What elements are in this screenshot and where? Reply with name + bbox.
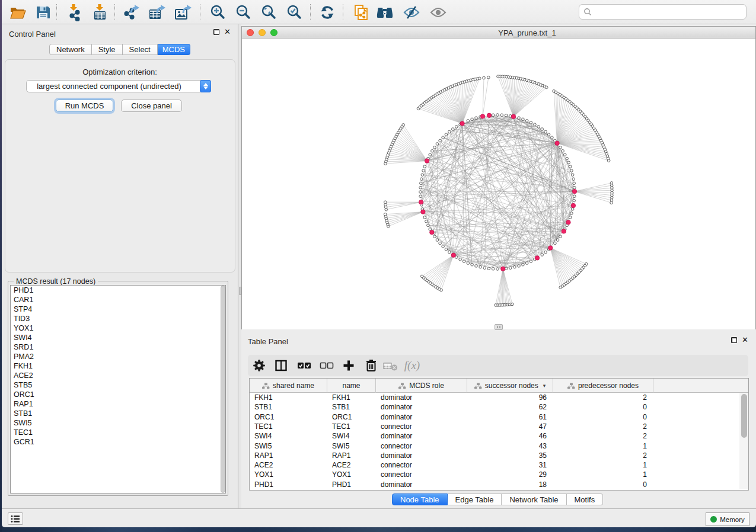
splitter-grip[interactable] bbox=[239, 287, 241, 295]
mcds-result-node[interactable]: YOX1 bbox=[11, 323, 225, 333]
table-settings-icon[interactable] bbox=[250, 355, 268, 376]
import-network-icon[interactable] bbox=[65, 4, 85, 21]
selected-criterion: largest connected component (undirected) bbox=[27, 82, 200, 91]
table-row[interactable]: RAP1RAP1dominator352 bbox=[250, 451, 748, 460]
mcds-result-node[interactable]: TID3 bbox=[11, 314, 225, 323]
mcds-result-node[interactable]: GCR1 bbox=[11, 437, 225, 447]
column-header-successor-nodes[interactable]: successor nodes▾ bbox=[467, 379, 553, 393]
network-canvas[interactable] bbox=[242, 39, 755, 329]
open-file-icon[interactable] bbox=[8, 4, 28, 21]
horizontal-splitter-grip[interactable] bbox=[495, 324, 503, 330]
cell: 0 bbox=[553, 412, 653, 422]
add-column-icon[interactable] bbox=[340, 355, 358, 376]
table-tab-motifs[interactable]: Motifs bbox=[567, 493, 604, 505]
column-header-shared-name[interactable]: shared name bbox=[250, 379, 327, 393]
table-row[interactable]: ORC1ORC1dominator610 bbox=[250, 412, 748, 422]
search-input[interactable] bbox=[594, 8, 746, 16]
show-columns-icon[interactable] bbox=[272, 355, 290, 376]
zoom-fit-icon[interactable] bbox=[259, 4, 279, 21]
cell: FKH1 bbox=[250, 393, 327, 402]
optimization-criterion-label: Optimization criterion: bbox=[2, 68, 238, 76]
close-table-panel-icon[interactable]: ✕ bbox=[742, 337, 748, 343]
control-tab-mcds[interactable]: MCDS bbox=[158, 44, 190, 55]
zoom-in-icon[interactable] bbox=[208, 4, 228, 21]
mcds-result-node[interactable]: CAR1 bbox=[11, 295, 225, 305]
control-tab-network[interactable]: Network bbox=[49, 44, 92, 55]
cell: 18 bbox=[467, 480, 553, 489]
zoom-selected-icon[interactable] bbox=[284, 4, 304, 21]
node-table: shared namenameMCDS rolesuccessor nodes▾… bbox=[249, 378, 749, 491]
column-header-predecessor-nodes[interactable]: predecessor nodes bbox=[553, 379, 653, 393]
table-row[interactable]: YOX1YOX1connector291 bbox=[250, 470, 748, 479]
close-panel-button[interactable]: Close panel bbox=[121, 100, 182, 112]
table-row[interactable]: STB1STB1dominator620 bbox=[250, 402, 748, 412]
hide-selected-icon[interactable] bbox=[401, 4, 422, 21]
table-row[interactable]: SWI5SWI5connector431 bbox=[250, 441, 748, 451]
cell: connector bbox=[376, 460, 467, 470]
select-all-icon[interactable] bbox=[295, 355, 313, 376]
table-panel-title: Table Panel bbox=[248, 337, 288, 346]
float-panel-icon[interactable] bbox=[213, 29, 219, 35]
mcds-result-node[interactable]: SWI5 bbox=[11, 418, 225, 428]
table-row[interactable]: PHD1PHD1dominator180 bbox=[250, 480, 748, 489]
unselect-all-icon[interactable] bbox=[318, 355, 336, 376]
network-title: YPA_prune.txt_1 bbox=[468, 28, 586, 37]
mcds-result-node[interactable]: STB1 bbox=[11, 409, 225, 418]
mcds-result-node[interactable]: PHD1 bbox=[11, 286, 225, 295]
mcds-result-node[interactable]: STP4 bbox=[11, 305, 225, 314]
cell: 1 bbox=[553, 470, 653, 479]
memory-button[interactable]: Memory bbox=[706, 512, 749, 526]
mcds-result-node[interactable]: TEC1 bbox=[11, 428, 225, 437]
table-tab-network-table[interactable]: Network Table bbox=[502, 493, 566, 505]
control-tab-select[interactable]: Select bbox=[123, 44, 158, 55]
run-mcds-button[interactable]: Run MCDS bbox=[56, 100, 113, 112]
optimization-criterion-select[interactable]: largest connected component (undirected) bbox=[26, 80, 211, 92]
mcds-result-node[interactable]: ACE2 bbox=[11, 371, 225, 380]
table-row[interactable]: FKH1FKH1dominator962 bbox=[250, 393, 748, 402]
mcds-result-node[interactable]: ORC1 bbox=[11, 390, 225, 399]
column-header-name[interactable]: name bbox=[327, 379, 376, 393]
delete-column-icon[interactable] bbox=[362, 355, 380, 376]
mcds-result-node[interactable]: STB5 bbox=[11, 380, 225, 390]
show-all-icon[interactable] bbox=[428, 4, 448, 21]
table-tab-node-table[interactable]: Node Table bbox=[392, 493, 448, 505]
cell: connector bbox=[376, 422, 467, 431]
share-document-icon[interactable] bbox=[351, 4, 371, 21]
save-session-icon[interactable] bbox=[33, 4, 53, 21]
export-network-icon[interactable] bbox=[122, 4, 142, 21]
export-table-icon[interactable] bbox=[147, 4, 167, 21]
table-row[interactable]: SWI4SWI4dominator462 bbox=[250, 431, 748, 441]
mcds-list-scrollbar[interactable] bbox=[221, 286, 225, 493]
close-window-light[interactable] bbox=[247, 29, 254, 36]
export-image-icon[interactable] bbox=[173, 4, 193, 21]
table-scrollbar-thumb[interactable] bbox=[741, 394, 747, 438]
zoom-out-icon[interactable] bbox=[233, 4, 253, 21]
mcds-result-node[interactable]: PMA2 bbox=[11, 352, 225, 361]
mcds-result-list[interactable]: PHD1CAR1STP4TID3YOX1SWI4SRD1PMA2FKH1ACE2… bbox=[10, 285, 226, 493]
mcds-result-node[interactable]: SWI4 bbox=[11, 333, 225, 342]
cell: dominator bbox=[376, 412, 467, 422]
control-tab-style[interactable]: Style bbox=[92, 44, 123, 55]
cell: 2 bbox=[553, 393, 653, 402]
cell: SWI4 bbox=[327, 431, 376, 441]
mcds-result-node[interactable]: SRD1 bbox=[11, 342, 225, 352]
minimize-window-light[interactable] bbox=[259, 29, 266, 36]
task-history-button[interactable] bbox=[8, 512, 23, 525]
apply-layout-icon[interactable] bbox=[317, 4, 337, 21]
network-titlebar[interactable]: YPA_prune.txt_1 bbox=[242, 27, 755, 39]
table-row[interactable]: ACE2ACE2connector311 bbox=[250, 460, 748, 470]
mcds-result-node[interactable]: FKH1 bbox=[11, 361, 225, 371]
float-table-panel-icon[interactable] bbox=[731, 337, 737, 343]
column-header-MCDS-role[interactable]: MCDS role bbox=[376, 379, 467, 393]
network-view-frame: YPA_prune.txt_1 bbox=[241, 26, 756, 329]
cell: STB1 bbox=[250, 402, 327, 412]
table-row[interactable]: TEC1TEC1connector472 bbox=[250, 422, 748, 431]
search-field[interactable] bbox=[579, 4, 747, 20]
first-neighbors-icon[interactable] bbox=[375, 4, 395, 21]
close-panel-icon[interactable]: ✕ bbox=[224, 29, 231, 35]
mcds-result-node[interactable]: RAP1 bbox=[11, 399, 225, 409]
memory-label: Memory bbox=[720, 516, 745, 523]
import-table-icon[interactable] bbox=[90, 4, 110, 21]
zoom-window-light[interactable] bbox=[270, 29, 277, 36]
table-tab-edge-table[interactable]: Edge Table bbox=[448, 493, 502, 505]
